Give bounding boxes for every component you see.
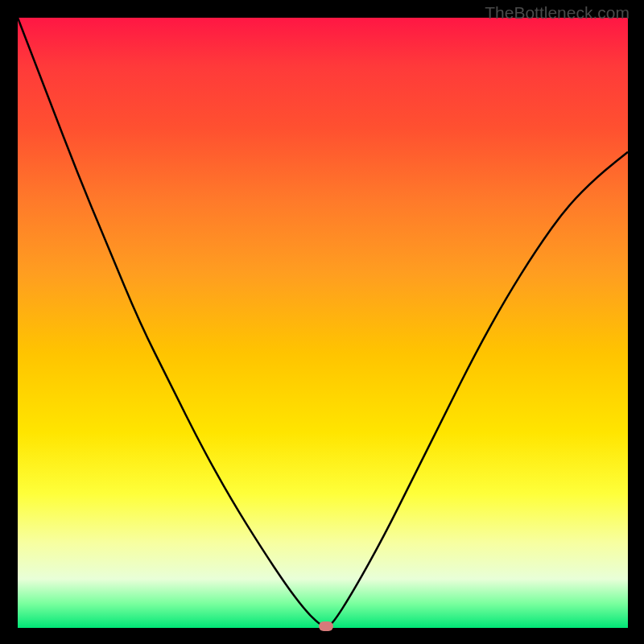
watermark-text: TheBottleneck.com <box>485 3 630 23</box>
bottleneck-curve <box>18 18 628 628</box>
optimal-point-marker <box>319 621 333 631</box>
